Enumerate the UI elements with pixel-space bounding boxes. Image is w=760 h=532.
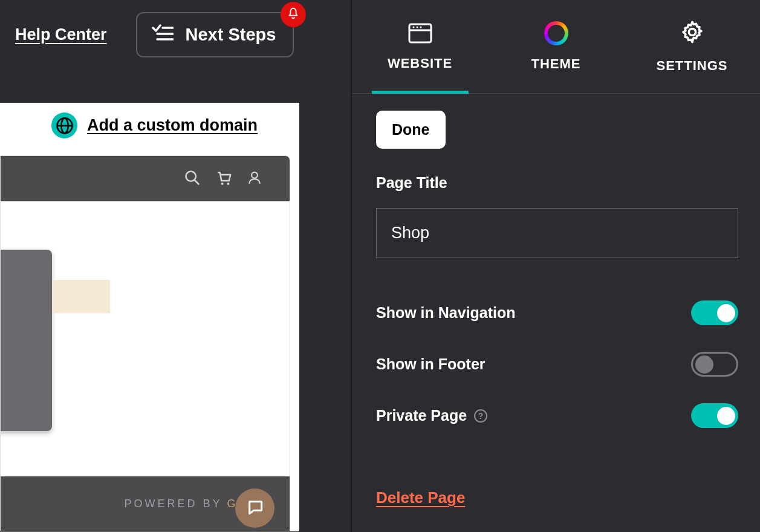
svg-point-9	[227, 183, 230, 185]
site-preview-header	[1, 156, 290, 201]
svg-point-16	[689, 28, 695, 35]
preview-content-block	[1, 250, 52, 431]
show-in-footer-label: Show in Footer	[376, 355, 486, 373]
tab-theme-label: THEME	[531, 56, 581, 72]
chat-icon	[245, 498, 265, 519]
site-preview-area: Add a custom domain	[0, 103, 299, 531]
show-in-nav-row: Show in Navigation	[376, 300, 738, 325]
show-in-footer-toggle[interactable]	[691, 352, 738, 377]
help-icon[interactable]: ?	[474, 409, 487, 423]
bell-icon	[287, 7, 300, 22]
svg-point-14	[416, 27, 418, 28]
next-steps-button[interactable]: Next Steps	[136, 12, 294, 57]
domain-bar: Add a custom domain	[0, 103, 299, 148]
checklist-icon	[152, 24, 174, 45]
tab-settings[interactable]: SETTINGS	[624, 0, 760, 93]
next-steps-wrap: Next Steps	[136, 12, 294, 57]
delete-page-link[interactable]: Delete Page	[376, 488, 465, 507]
chat-button[interactable]	[235, 488, 274, 528]
top-bar: Help Center Next Steps	[0, 0, 351, 70]
svg-line-7	[195, 180, 199, 184]
svg-point-13	[412, 27, 414, 28]
editor-left-panel: Help Center Next Steps	[0, 0, 352, 532]
settings-panel: WEBSITE THEME SETTINGS Done Page Title S…	[352, 0, 760, 532]
cart-icon[interactable]	[215, 169, 233, 189]
svg-point-10	[252, 172, 258, 178]
next-steps-label: Next Steps	[186, 25, 276, 45]
show-in-nav-toggle[interactable]	[691, 300, 738, 325]
user-icon[interactable]	[247, 170, 262, 188]
globe-icon	[51, 112, 77, 138]
page-title-label: Page Title	[376, 174, 738, 192]
search-icon[interactable]	[184, 169, 201, 189]
tab-website-label: WEBSITE	[388, 56, 452, 71]
powered-by-label: POWERED BY	[21, 498, 222, 510]
private-page-row: Private Page ?	[376, 403, 738, 428]
page-settings-content: Done Page Title Show in Navigation Show …	[352, 94, 760, 507]
site-preview-body	[1, 201, 290, 476]
site-preview-footer: POWERED BY GODA	[1, 476, 290, 531]
private-page-toggle[interactable]	[691, 403, 738, 428]
panel-tabs: WEBSITE THEME SETTINGS	[352, 0, 760, 94]
notification-badge[interactable]	[281, 2, 306, 27]
svg-point-15	[420, 27, 421, 28]
tab-website[interactable]: WEBSITE	[352, 0, 488, 93]
tab-theme[interactable]: THEME	[488, 0, 624, 93]
show-in-footer-row: Show in Footer	[376, 352, 738, 377]
page-title-input[interactable]	[376, 208, 738, 258]
help-center-link[interactable]: Help Center	[15, 25, 107, 44]
gear-icon	[680, 19, 705, 47]
preview-content-placeholder	[53, 280, 110, 313]
window-icon	[408, 22, 433, 45]
svg-point-8	[221, 183, 224, 185]
tab-settings-label: SETTINGS	[656, 58, 727, 74]
show-in-nav-label: Show in Navigation	[376, 304, 516, 322]
site-preview: POWERED BY GODA	[0, 155, 290, 531]
private-page-label: Private Page ?	[376, 407, 487, 424]
done-button[interactable]: Done	[376, 111, 446, 149]
add-custom-domain-link[interactable]: Add a custom domain	[87, 116, 258, 135]
color-ring-icon	[544, 21, 568, 45]
